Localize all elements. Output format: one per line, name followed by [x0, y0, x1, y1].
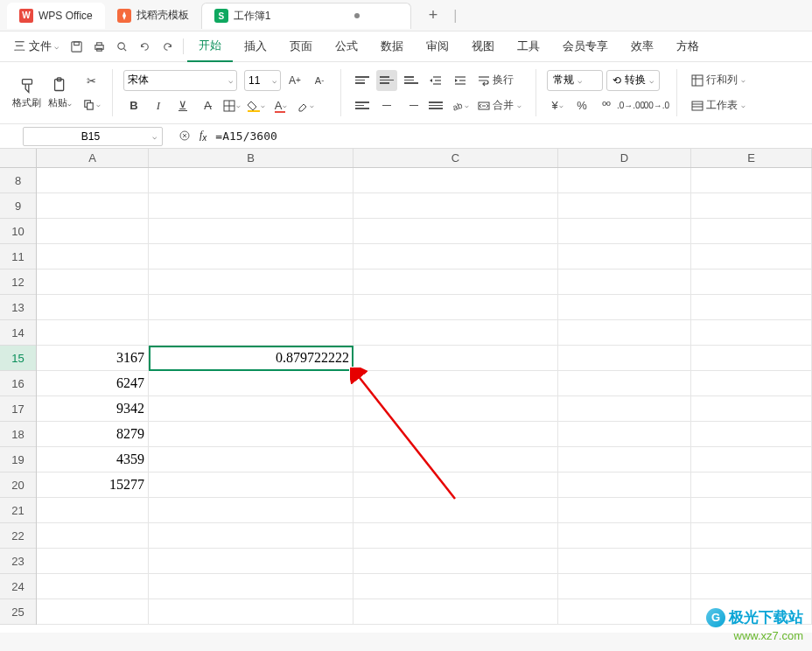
- row-header[interactable]: 10: [0, 219, 36, 244]
- row-col-button[interactable]: 行和列⌵: [688, 70, 749, 91]
- bold-button[interactable]: B: [123, 95, 144, 116]
- font-name-select[interactable]: 宋体⌵: [123, 70, 237, 91]
- align-left-button[interactable]: [352, 95, 373, 116]
- col-header-E[interactable]: E: [691, 149, 812, 167]
- strikethrough-button[interactable]: A̶: [197, 95, 218, 116]
- row-header[interactable]: 15: [0, 346, 36, 371]
- clear-format-button[interactable]: ⌵: [295, 95, 316, 116]
- cell-A18[interactable]: 8279: [37, 422, 149, 446]
- row-header[interactable]: 9: [0, 193, 36, 219]
- cut-button[interactable]: ✂: [80, 71, 102, 92]
- formula-input[interactable]: =A15/3600: [215, 130, 276, 143]
- menu-grid[interactable]: 方格: [665, 32, 710, 62]
- worksheet-button[interactable]: 工作表⌵: [688, 95, 749, 116]
- save-icon[interactable]: [66, 35, 88, 58]
- align-middle-button[interactable]: [376, 70, 397, 91]
- row-header[interactable]: 14: [0, 320, 36, 346]
- name-box[interactable]: B15 ⌵: [23, 127, 163, 146]
- wrap-text-button[interactable]: 换行: [474, 70, 517, 91]
- copy-button[interactable]: ⌵: [80, 94, 102, 116]
- menu-data[interactable]: 数据: [369, 32, 415, 62]
- row-header[interactable]: 23: [0, 549, 36, 574]
- increase-indent-button[interactable]: [450, 70, 471, 91]
- align-top-icon: [355, 74, 369, 87]
- transform-button[interactable]: ⟲转换⌵: [606, 70, 660, 91]
- number-format-select[interactable]: 常规⌵: [547, 70, 603, 91]
- col-header-A[interactable]: A: [37, 149, 149, 167]
- merge-icon: [478, 100, 490, 112]
- paste-button[interactable]: 粘贴⌵: [45, 74, 75, 111]
- menu-start[interactable]: 开始: [187, 32, 233, 62]
- menu-insert[interactable]: 插入: [233, 32, 278, 62]
- row-header[interactable]: 20: [0, 472, 36, 498]
- decrease-decimal-icon: .00→.0: [641, 101, 669, 110]
- decrease-decimal-button[interactable]: .00→.0: [645, 95, 666, 116]
- align-bottom-button[interactable]: [401, 70, 422, 91]
- redo-icon[interactable]: [157, 35, 179, 58]
- increase-decimal-button[interactable]: .0→.00: [620, 95, 641, 116]
- merge-button[interactable]: 合并⌵: [474, 95, 525, 116]
- decrease-font-button[interactable]: A-: [309, 70, 330, 91]
- row-header[interactable]: 21: [0, 498, 36, 523]
- row-header[interactable]: 19: [0, 447, 36, 472]
- row-header[interactable]: 22: [0, 523, 36, 549]
- menu-member[interactable]: 会员专享: [551, 32, 620, 62]
- preview-icon[interactable]: [111, 35, 134, 58]
- decrease-indent-button[interactable]: [425, 70, 446, 91]
- comma-button[interactable]: ºº: [596, 95, 617, 116]
- align-center-button[interactable]: [376, 95, 397, 116]
- percent-button[interactable]: %: [571, 95, 592, 116]
- app-tab-workbook[interactable]: S 工作簿1: [201, 3, 411, 29]
- comma-icon: ºº: [602, 99, 611, 112]
- underline-button[interactable]: ⊻: [172, 95, 193, 116]
- justify-button[interactable]: [425, 95, 446, 116]
- undo-icon[interactable]: [134, 35, 157, 58]
- font-size-select[interactable]: 11⌵: [244, 70, 281, 91]
- cancel-formula-button[interactable]: [178, 130, 191, 142]
- increase-font-button[interactable]: A+: [284, 70, 305, 91]
- align-right-button[interactable]: [401, 95, 422, 116]
- menu-view[interactable]: 视图: [460, 32, 506, 62]
- menu-efficiency[interactable]: 效率: [620, 32, 665, 62]
- row-header[interactable]: 11: [0, 244, 36, 270]
- col-header-C[interactable]: C: [354, 149, 558, 167]
- row-header[interactable]: 12: [0, 270, 36, 295]
- fx-icon[interactable]: fx: [200, 129, 206, 143]
- print-icon[interactable]: [88, 35, 111, 58]
- menu-review[interactable]: 审阅: [415, 32, 460, 62]
- menu-formula[interactable]: 公式: [324, 32, 369, 62]
- cell-A15[interactable]: 3167: [37, 346, 149, 370]
- app-tab-template[interactable]: 找稻壳模板: [105, 3, 201, 29]
- row-header[interactable]: 16: [0, 371, 36, 396]
- currency-button[interactable]: ¥⌵: [547, 95, 568, 116]
- format-painter-button[interactable]: 格式刷: [9, 74, 45, 111]
- row-header[interactable]: 17: [0, 396, 36, 422]
- font-color-button[interactable]: A⌵: [270, 95, 291, 116]
- spreadsheet-grid[interactable]: A B C D E 8 9 10 11 12 13 14 15 16 17 18…: [0, 149, 812, 633]
- row-header[interactable]: 13: [0, 295, 36, 320]
- cell-A19[interactable]: 4359: [37, 447, 149, 472]
- orientation-button[interactable]: ab⌵: [450, 95, 471, 116]
- cell-A17[interactable]: 9342: [37, 396, 149, 421]
- row-header[interactable]: 25: [0, 599, 36, 625]
- select-all-corner[interactable]: [0, 149, 37, 167]
- menu-tools[interactable]: 工具: [506, 32, 551, 62]
- indent-icon: [454, 74, 466, 87]
- align-top-button[interactable]: [352, 70, 373, 91]
- italic-button[interactable]: I: [148, 95, 169, 116]
- file-menu[interactable]: 三 文件 ⌵: [7, 38, 66, 54]
- fill-color-button[interactable]: ⌵: [246, 95, 267, 116]
- cell-A16[interactable]: 6247: [37, 371, 149, 396]
- row-header[interactable]: 24: [0, 574, 36, 599]
- row-header[interactable]: 18: [0, 422, 36, 447]
- col-header-D[interactable]: D: [558, 149, 691, 167]
- justify-icon: [429, 100, 443, 112]
- app-tab-wps[interactable]: W WPS Office: [7, 3, 105, 29]
- menu-page[interactable]: 页面: [278, 32, 324, 62]
- row-header[interactable]: 8: [0, 168, 36, 193]
- col-header-B[interactable]: B: [149, 149, 354, 167]
- cell-A20[interactable]: 15277: [37, 472, 149, 497]
- cell-B15[interactable]: 0.879722222: [149, 346, 354, 370]
- border-button[interactable]: ⌵: [221, 95, 242, 116]
- add-tab-button[interactable]: +: [422, 6, 445, 24]
